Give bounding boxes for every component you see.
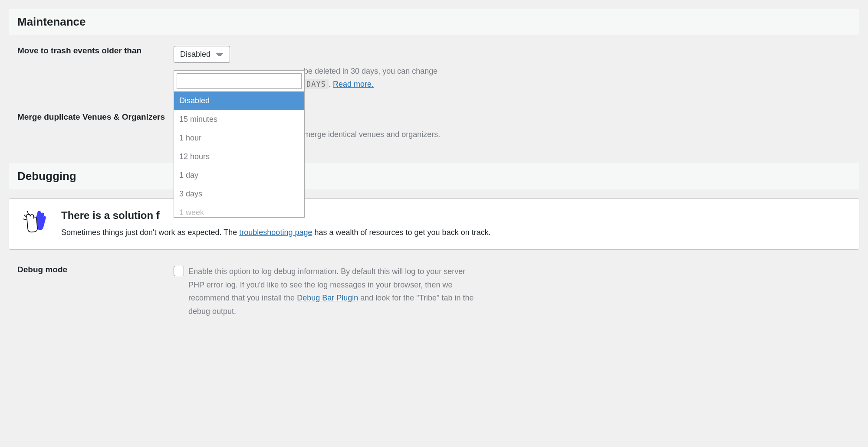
maintenance-heading: Maintenance: [17, 15, 851, 29]
trash-help-row: be deleted in 30 days, you can change DA…: [9, 65, 859, 101]
dropdown-item-12hours[interactable]: 12 hours: [174, 147, 304, 166]
debug-bar-plugin-link[interactable]: Debug Bar Plugin: [297, 294, 358, 302]
dropdown-list: Disabled 15 minutes 1 hour 12 hours 1 da…: [174, 91, 304, 217]
trash-events-label: Move to trash events older than: [17, 46, 174, 55]
trash-help-dot: .: [329, 80, 333, 88]
help-spacer: [17, 65, 174, 91]
merge-duplicate-label: Merge duplicate Venues & Organizers: [17, 112, 174, 122]
trash-help-code: DAYS: [304, 79, 329, 89]
dropdown-item-1hour[interactable]: 1 hour: [174, 129, 304, 147]
notice-text-post: has a wealth of resources to get you bac…: [312, 228, 490, 237]
troubleshooting-link[interactable]: troubleshooting page: [239, 228, 312, 237]
hands-clap-icon: [22, 209, 48, 233]
notice-text: Sometimes things just don't work as expe…: [61, 227, 491, 238]
debug-mode-content: Enable this option to log debug informat…: [174, 265, 851, 318]
merge-duplicate-row: Merge duplicate Venues & Organizers merg…: [9, 101, 859, 154]
trash-select-value: Disabled: [180, 50, 210, 59]
dropdown-item-15min[interactable]: 15 minutes: [174, 110, 304, 129]
trash-select-wrapper: Disabled Disabled 15 minutes 1 hour 12 h…: [174, 46, 230, 63]
trash-events-content: Disabled Disabled 15 minutes 1 hour 12 h…: [174, 46, 851, 63]
debug-mode-description: Enable this option to log debug informat…: [188, 265, 475, 318]
debug-mode-checkbox[interactable]: [174, 266, 184, 276]
chevron-down-icon: [216, 53, 224, 56]
trash-events-row: Move to trash events older than Disabled…: [9, 35, 859, 65]
notice-text-pre: Sometimes things just don't work as expe…: [61, 228, 239, 237]
dropdown-search-input[interactable]: [177, 73, 302, 89]
debugging-section-header: Debugging: [9, 163, 859, 189]
dropdown-item-1week[interactable]: 1 week: [174, 203, 304, 217]
debug-mode-row: Debug mode Enable this option to log deb…: [9, 250, 859, 322]
trash-read-more-link[interactable]: Read more.: [333, 80, 374, 88]
debugging-notice-box: There is a solution f Sometimes things j…: [9, 198, 859, 250]
svg-line-1: [23, 219, 26, 220]
debug-checkbox-wrapper: Enable this option to log debug informat…: [174, 265, 851, 318]
dropdown-item-1day[interactable]: 1 day: [174, 166, 304, 185]
debug-mode-label: Debug mode: [17, 265, 174, 274]
maintenance-section-header: Maintenance: [9, 9, 859, 35]
dropdown-item-disabled[interactable]: Disabled: [174, 91, 304, 110]
debugging-heading: Debugging: [17, 170, 851, 183]
trash-help-prefix: be deleted in 30 days, you can change: [304, 67, 437, 75]
svg-line-0: [24, 215, 26, 217]
dropdown-search-wrapper: [174, 71, 304, 91]
trash-dropdown-panel: Disabled 15 minutes 1 hour 12 hours 1 da…: [174, 70, 305, 218]
dropdown-item-3days[interactable]: 3 days: [174, 185, 304, 203]
trash-select-control[interactable]: Disabled: [174, 46, 230, 63]
